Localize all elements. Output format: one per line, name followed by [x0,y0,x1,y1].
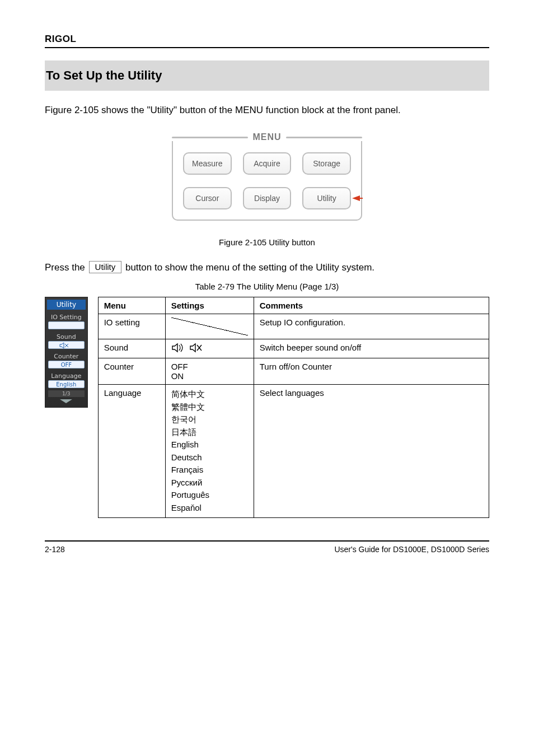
menu-btn-cursor[interactable]: Cursor [183,187,232,209]
menu-btn-utility[interactable]: Utility [302,187,351,209]
th-settings: Settings [165,297,254,314]
th-menu: Menu [98,297,165,314]
counter-opt-on: ON [171,371,248,381]
press-utility-line: Press the Utility button to show the men… [45,262,489,274]
table-row: IO setting Setup IO configuration. [98,314,489,339]
diagonal-slash-icon [171,318,248,335]
press-suffix: button to show the menu of the setting o… [125,262,374,273]
cell-settings-sound [165,339,254,358]
footer-rule [45,540,489,542]
cell-settings-language: 简体中文 繁體中文 한국어 日本語 English Deutsch França… [165,385,254,518]
speaker-mute-icon [59,342,73,349]
utility-button-label: Utility [89,261,122,273]
osd-label-sound: Sound [47,332,86,341]
cell-settings-io [165,314,254,339]
lang-opt: Français [171,464,248,477]
osd-side-menu: Utility IO Setting Sound Counter OFF Lan… [45,297,88,408]
cell-menu-io: IO setting [98,314,165,339]
menu-btn-utility-label: Utility [317,194,336,203]
figure-caption: Figure 2-105 Utility button [45,237,489,247]
cell-menu-counter: Counter [98,358,165,385]
osd-value-sound [48,341,85,349]
osd-down-arrow-icon [47,397,86,404]
cell-comments-counter: Turn off/on Counter [254,358,489,385]
table-caption: Table 2-79 The Utility Menu (Page 1/3) [45,282,489,291]
menu-btn-measure[interactable]: Measure [183,152,232,175]
lang-opt: 简体中文 [171,388,248,401]
utility-menu-table: Menu Settings Comments IO setting Setup … [98,297,489,518]
intro-paragraph: Figure 2-105 shows the "Utility" button … [45,103,489,118]
table-row: Language 简体中文 繁體中文 한국어 日本語 English Deuts… [98,385,489,518]
cell-comments-sound: Switch beeper sound on/off [254,339,489,358]
cell-comments-language: Select languages [254,385,489,518]
menu-btn-storage[interactable]: Storage [302,152,351,175]
table-row: Sound Switch beeper sound on/off [98,339,489,358]
lang-opt: 한국어 [171,413,248,426]
lang-opt: 日本語 [171,426,248,439]
page-footer: 2-128 User's Guide for DS1000E, DS1000D … [45,540,489,554]
cell-settings-counter: OFF ON [165,358,254,385]
lang-opt: Espaňol [171,502,248,515]
arrow-indicator-icon [352,195,360,201]
menu-btn-acquire[interactable]: Acquire [243,152,292,175]
cell-comments-io: Setup IO configuration. [254,314,489,339]
lang-opt: Português [171,489,248,502]
osd-value-counter: OFF [48,361,85,368]
cell-menu-sound: Sound [98,339,165,358]
osd-label-counter: Counter [47,351,86,361]
cell-menu-language: Language [98,385,165,518]
page-number: 2-128 [45,545,65,554]
lang-opt: Русский [171,477,248,489]
osd-label-language: Language [47,371,86,380]
table-row: Counter OFF ON Turn off/on Counter [98,358,489,385]
lang-opt: Deutsch [171,451,248,464]
counter-opt-off: OFF [171,362,248,371]
doc-title: User's Guide for DS1000E, DS1000D Series [334,545,489,554]
menu-panel-title: MENU [252,132,281,142]
osd-label-io: IO Setting [47,312,86,321]
press-prefix: Press the [45,262,88,273]
brand: RIGOL [45,34,489,45]
section-title: To Set Up the Utility [45,60,489,91]
menu-btn-display[interactable]: Display [243,187,292,209]
lang-opt: 繁體中文 [171,401,248,414]
osd-page-indicator: 1/3 [48,390,85,397]
osd-value-language: English [48,380,85,388]
speaker-on-icon [171,343,187,353]
header-rule [45,47,489,48]
osd-head: Utility [47,300,86,310]
lang-opt: English [171,438,248,451]
speaker-mute-icon [189,343,205,353]
menu-figure: MENU Measure Acquire Storage Cursor Disp… [172,132,362,221]
th-comments: Comments [254,297,489,314]
osd-value-io [48,321,85,329]
svg-marker-2 [60,399,72,403]
